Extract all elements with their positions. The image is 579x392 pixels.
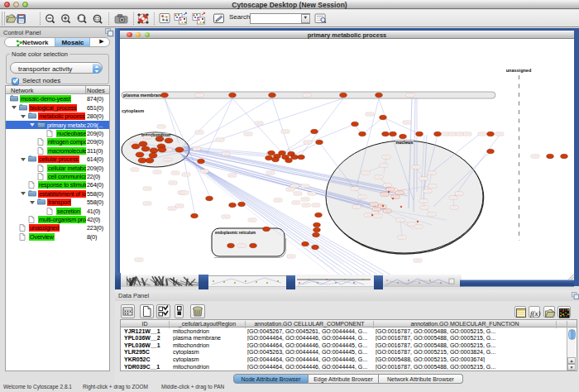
svg-text:plasma membrane: plasma membrane: [123, 93, 163, 98]
svg-text:f(x): f(x): [530, 309, 541, 318]
svg-text:unassigned: unassigned: [506, 68, 532, 73]
svg-text:cytoplasm: cytoplasm: [122, 108, 144, 113]
svg-text:endoplasmic reticulum: endoplasmic reticulum: [215, 231, 256, 235]
